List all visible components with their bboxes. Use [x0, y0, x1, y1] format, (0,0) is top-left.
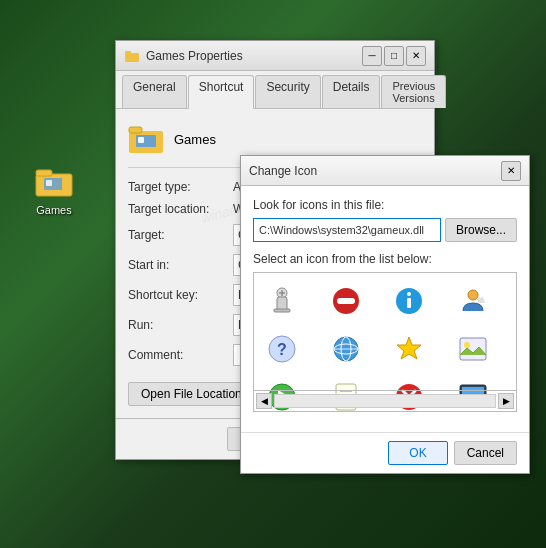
svg-rect-8: [129, 127, 142, 133]
tab-security[interactable]: Security: [255, 75, 320, 108]
browse-button[interactable]: Browse...: [445, 218, 517, 242]
icon-cell-4[interactable]: [451, 279, 495, 323]
properties-window-title: Games Properties: [146, 49, 243, 63]
svg-rect-6: [125, 51, 131, 54]
title-bar-left: Games Properties: [124, 48, 243, 64]
tab-previous-versions[interactable]: Previous Versions: [381, 75, 446, 108]
icon-cell-2[interactable]: [324, 279, 368, 323]
close-button[interactable]: ✕: [406, 46, 426, 66]
svg-marker-28: [397, 337, 421, 359]
svg-rect-17: [337, 298, 355, 304]
icon-grid-container: ?: [253, 272, 517, 412]
change-icon-title-left: Change Icon: [249, 164, 317, 178]
target-location-label: Target location:: [128, 202, 233, 216]
file-path-input[interactable]: [253, 218, 441, 242]
shortcut-key-label: Shortcut key:: [128, 288, 233, 302]
svg-point-21: [468, 290, 478, 300]
file-label: Look for icons in this file:: [253, 198, 517, 212]
icon-cell-5[interactable]: ?: [260, 327, 304, 371]
dialog-cancel-button[interactable]: Cancel: [454, 441, 517, 465]
games-folder-icon: [34, 160, 74, 200]
icon-select-label: Select an icon from the list below:: [253, 252, 517, 266]
icon-cell-8[interactable]: [451, 327, 495, 371]
tab-general[interactable]: General: [122, 75, 187, 108]
svg-rect-29: [460, 338, 486, 360]
properties-window-icon: [124, 48, 140, 64]
comment-label: Comment:: [128, 348, 233, 362]
icon-cell-1[interactable]: [260, 279, 304, 323]
svg-point-19: [407, 292, 411, 296]
dialog-footer: OK Cancel: [241, 432, 529, 473]
icon-cell-3[interactable]: [387, 279, 431, 323]
change-icon-close-button[interactable]: ✕: [501, 161, 521, 181]
maximize-button[interactable]: □: [384, 46, 404, 66]
tab-details[interactable]: Details: [322, 75, 381, 108]
tab-shortcut[interactable]: Shortcut: [188, 75, 255, 109]
icon-grid-scrollbar[interactable]: ◀ ▶: [254, 390, 516, 411]
icon-cell-7[interactable]: [387, 327, 431, 371]
icon-cell-6[interactable]: [324, 327, 368, 371]
run-label: Run:: [128, 318, 233, 332]
target-type-label: Target type:: [128, 180, 233, 194]
scroll-left-arrow[interactable]: ◀: [256, 393, 272, 409]
svg-rect-13: [274, 309, 290, 312]
open-file-location-button[interactable]: Open File Location: [128, 382, 255, 406]
dialog-content: Look for icons in this file: Browse... S…: [241, 186, 529, 432]
file-input-row: Browse...: [253, 218, 517, 242]
svg-point-30: [464, 342, 470, 348]
target-label: Target:: [128, 228, 233, 242]
svg-rect-5: [125, 53, 139, 62]
scroll-track[interactable]: [274, 394, 496, 408]
change-icon-title-text: Change Icon: [249, 164, 317, 178]
svg-rect-2: [36, 170, 52, 176]
change-icon-controls: ✕: [501, 161, 521, 181]
start-in-label: Start in:: [128, 258, 233, 272]
desktop-icon-games[interactable]: Games: [22, 160, 86, 216]
change-icon-dialog: Change Icon ✕ Look for icons in this fil…: [240, 155, 530, 474]
svg-rect-4: [46, 180, 52, 186]
title-bar-controls: ─ □ ✕: [362, 46, 426, 66]
svg-rect-20: [407, 298, 411, 308]
properties-title-bar: Games Properties ─ □ ✕: [116, 41, 434, 71]
change-icon-title-bar: Change Icon ✕: [241, 156, 529, 186]
desktop-icon-label: Games: [36, 204, 71, 216]
tab-bar: General Shortcut Security Details Previo…: [116, 71, 434, 109]
svg-text:?: ?: [277, 341, 287, 358]
minimize-button[interactable]: ─: [362, 46, 382, 66]
props-app-icon: [128, 121, 164, 157]
dialog-ok-button[interactable]: OK: [388, 441, 447, 465]
scroll-right-arrow[interactable]: ▶: [498, 393, 514, 409]
props-icon-label: Games: [174, 132, 216, 147]
svg-rect-10: [138, 137, 144, 143]
